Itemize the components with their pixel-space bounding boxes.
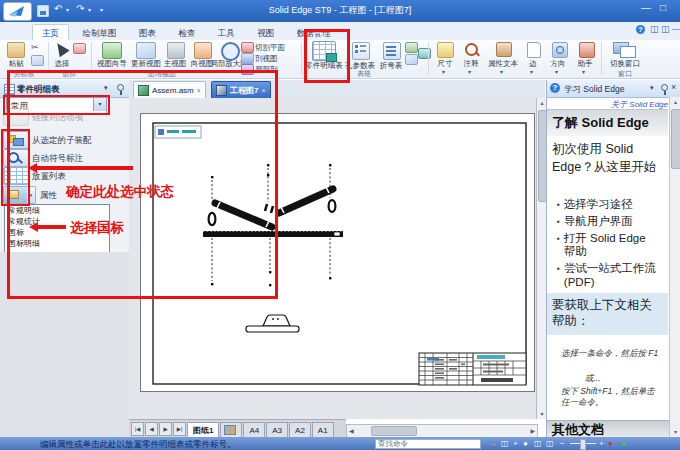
previous-view-icon[interactable]: ◫ (546, 437, 554, 450)
group-label-window: 窗口 (600, 69, 650, 79)
sheet-last-button[interactable]: ▶| (173, 422, 186, 436)
maximize-button[interactable]: □ (660, 3, 666, 13)
zoom-out-icon[interactable]: − (560, 437, 565, 450)
mdi-minimize-icon[interactable]: — (672, 24, 680, 33)
title-bar: Solid Edge ST9 - 工程图 - [工程图7] ↶ ▾ ↷ ▾ ▾ … (0, 0, 680, 22)
switch-window-button[interactable] (613, 42, 637, 57)
cutting-plane-icon[interactable] (241, 42, 254, 53)
undo-button[interactable]: ↶ (54, 4, 62, 14)
panel-menu-icon[interactable]: ▾ (650, 84, 654, 92)
orientation-dropdown-icon[interactable]: ▾ (555, 69, 558, 75)
cut-icon[interactable]: ✂ (31, 42, 39, 52)
annotation-icon[interactable] (465, 43, 478, 56)
record-icon[interactable]: ● (608, 437, 613, 450)
table-extra3-icon[interactable] (418, 48, 431, 59)
edge-dropdown-icon[interactable]: ▾ (530, 69, 533, 75)
view-wizard-label: 视图向导 (94, 60, 130, 68)
status-bar: 编辑属性或单击此处以放置零件明细表或零件标号。 → ◫ + ● ◫ ◫ − + … (0, 437, 680, 450)
upload-icon[interactable]: ▲ (620, 437, 628, 450)
sheet-tab-a2[interactable]: A2 (289, 422, 311, 438)
aux-view-icon[interactable] (194, 42, 212, 59)
annotation-dropdown-icon[interactable]: ▾ (468, 69, 471, 75)
sheet-next-button[interactable]: ▶ (159, 422, 172, 436)
list-item[interactable]: ▪打开 Solid Edge 帮助 (557, 232, 660, 260)
sheet-prev-button[interactable]: ◀ (145, 422, 158, 436)
close-icon[interactable]: × (671, 82, 676, 92)
zoom-area-icon[interactable]: + (513, 437, 518, 450)
pan-icon[interactable]: ◫ (534, 437, 542, 450)
bend-table-icon[interactable] (383, 42, 401, 60)
scroll-left-icon[interactable]: ◀ (349, 428, 354, 434)
go-icon[interactable]: → (489, 437, 497, 450)
help-circle-icon: ? (550, 83, 560, 93)
cutting-plane-label[interactable]: 切割平面 (255, 44, 285, 52)
orientation-icon[interactable] (552, 42, 568, 58)
learn-panel: ? 学习 Solid Edge ▾ × 关于 Solid Edge 了解 Sol… (546, 80, 680, 437)
table-extra2-icon[interactable] (405, 54, 418, 65)
panel-scroll-thumb[interactable] (671, 109, 680, 169)
save-icon (40, 11, 46, 15)
scroll-right-icon[interactable]: ▶ (530, 428, 535, 434)
property-text-dropdown-icon[interactable]: ▾ (500, 69, 503, 75)
sheet-tab-a1[interactable]: A1 (312, 422, 334, 438)
mdi-cascade-icon[interactable]: ◫ (661, 24, 670, 34)
dimension-icon[interactable] (437, 42, 454, 58)
zoom-slider-thumb[interactable] (580, 439, 586, 450)
panel-pin-icon[interactable] (661, 84, 668, 91)
orientation-label: 方向 (544, 60, 572, 68)
other-docs-heading: 其他文档 (547, 420, 673, 438)
list-item[interactable]: ▪导航用户界面 (557, 215, 660, 229)
list-item[interactable]: ▪选择学习途径 (557, 198, 660, 212)
status-message[interactable]: 编辑属性或单击此处以放置零件明细表或零件标号。 (40, 439, 236, 450)
copy-icon[interactable] (31, 55, 44, 66)
paste-icon (7, 42, 25, 58)
scroll-down-icon[interactable]: ▾ (670, 429, 680, 435)
select-options-icon[interactable] (73, 43, 86, 54)
help-line-2: 或... (585, 373, 601, 384)
section-view-icon[interactable] (241, 53, 254, 64)
bullet-icon: ▪ (557, 232, 560, 260)
save-button[interactable] (37, 5, 49, 17)
hscroll-thumb[interactable] (371, 426, 417, 436)
undo-dropdown-icon[interactable]: ▾ (66, 7, 69, 13)
section-view-label[interactable]: 剖视图 (255, 55, 278, 63)
list-item[interactable]: ▪尝试一站式工作流 (PDF) (557, 262, 660, 290)
sheet-tab-sheet1[interactable]: 图纸1 (187, 422, 219, 438)
annotation-arrowhead (28, 163, 37, 173)
zoom-in-icon[interactable]: + (599, 437, 604, 450)
zoom-icon[interactable]: ● (523, 437, 528, 450)
property-text-icon[interactable] (496, 42, 512, 57)
hole-table-icon[interactable] (352, 42, 370, 60)
help-icon[interactable]: ? (636, 25, 645, 34)
panel-vscrollbar[interactable]: ▴ ▾ (669, 97, 680, 437)
update-view-icon[interactable] (136, 42, 156, 59)
sheet-tab-background[interactable] (220, 422, 242, 438)
minimize-button[interactable]: — (641, 3, 651, 13)
assistant-icon[interactable] (579, 42, 595, 58)
principal-view-icon[interactable] (167, 42, 185, 59)
edge-icon[interactable] (527, 42, 541, 58)
find-command-input[interactable] (375, 439, 481, 449)
background-sheet-icon (224, 425, 236, 435)
view-wizard-icon[interactable] (102, 42, 122, 59)
update-view-label: 更新视图 (128, 60, 164, 68)
redo-button[interactable]: ↷ (76, 4, 84, 14)
redo-dropdown-icon[interactable]: ▾ (88, 7, 91, 13)
sheet-tab-a4[interactable]: A4 (243, 422, 265, 438)
dimension-dropdown-icon[interactable]: ▾ (442, 69, 445, 75)
annotation-arrow-gb (37, 225, 66, 229)
select-cursor-icon[interactable] (52, 40, 69, 58)
canvas-hscrollbar[interactable]: ◀ ▶ (346, 424, 538, 438)
fit-view-icon[interactable]: ◫ (501, 437, 509, 450)
app-logo[interactable] (3, 2, 32, 21)
paste-label: 粘贴 (1, 60, 31, 68)
assistant-dropdown-icon[interactable]: ▾ (582, 69, 585, 75)
annotation-box-dropdown (3, 95, 110, 115)
sheet-first-button[interactable]: |◀ (131, 422, 144, 436)
qat-customize-icon[interactable]: ▾ (100, 7, 103, 13)
paste-button[interactable] (7, 42, 25, 58)
table-extra1-icon[interactable] (405, 42, 418, 53)
scroll-up-icon[interactable]: ▴ (670, 97, 680, 105)
sheet-tab-a3[interactable]: A3 (266, 422, 288, 438)
mdi-window-icon[interactable]: ◫ (650, 24, 659, 34)
